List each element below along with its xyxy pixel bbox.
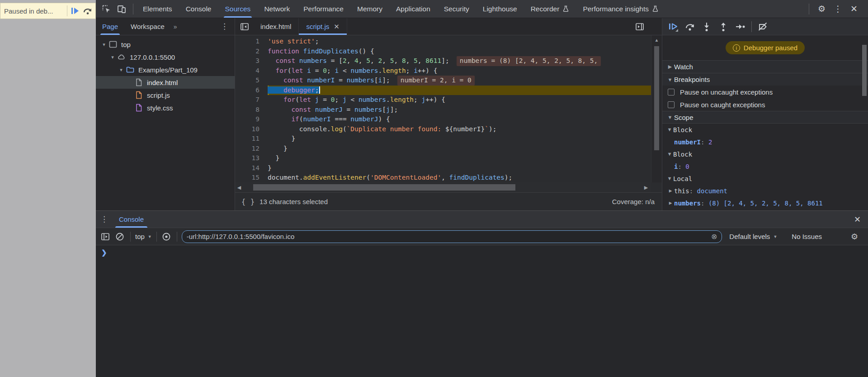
code-line-content[interactable]: const numbers = [2, 4, 5, 2, 5, 8, 5, 86… (268, 56, 651, 66)
code-line-content[interactable]: debugger; (268, 86, 651, 95)
more-tabs-icon[interactable]: » (171, 23, 179, 30)
tab-console[interactable]: Console (179, 0, 218, 18)
watch-section-header[interactable]: ▶ Watch (662, 60, 868, 73)
settings-gear-icon[interactable]: ⚙ (814, 4, 830, 14)
hide-debugger-sidebar-icon[interactable] (635, 22, 645, 32)
line-number[interactable]: 13 (235, 153, 268, 163)
scope-group-block[interactable]: ▼Block (662, 124, 868, 136)
tab-recorder[interactable]: Recorder (524, 0, 576, 18)
scope-group-local[interactable]: ▼Local (662, 172, 868, 185)
code-line[interactable]: 15document.addEventListener('DOMContentL… (235, 173, 651, 182)
code-area[interactable]: 1'use strict';2function findDuplicates()… (235, 35, 651, 182)
console-settings-icon[interactable]: ⚙ (851, 232, 861, 242)
code-line-content[interactable]: } (268, 144, 651, 154)
file-tab-index-html[interactable]: index.html (253, 18, 299, 35)
scope-variable-i[interactable]: i: 0 (662, 160, 868, 172)
scope-variable-numbers[interactable]: ▶numbers: (8) [2, 4, 5, 2, 5, 8, 5, 8611 (662, 197, 868, 209)
console-prompt-row[interactable]: ❯ (96, 245, 868, 260)
tab-performance[interactable]: Performance (297, 0, 350, 18)
line-number[interactable]: 7 (235, 95, 268, 105)
code-line[interactable]: 11 } (235, 134, 651, 144)
code-line[interactable]: 6 debugger; (235, 86, 651, 95)
scroll-up-icon[interactable]: ▲ (651, 35, 662, 43)
live-expression-eye-icon[interactable] (161, 232, 171, 242)
line-number[interactable]: 15 (235, 173, 268, 182)
code-line-content[interactable]: console.log(`Duplicate number found: ${n… (268, 124, 651, 134)
toggle-device-toolbar-icon[interactable] (117, 4, 127, 14)
line-number[interactable]: 11 (235, 134, 268, 144)
code-line-content[interactable]: } (268, 134, 651, 144)
code-line-content[interactable]: const numberI = numbers[i];numberI = 2, … (268, 76, 651, 86)
tab-security[interactable]: Security (437, 0, 476, 18)
code-line[interactable]: 12 } (235, 144, 651, 154)
line-number[interactable]: 12 (235, 144, 268, 154)
line-number[interactable]: 8 (235, 105, 268, 115)
code-line[interactable]: 7 for(let j = 0; j < numbers.length; j++… (235, 95, 651, 105)
tree-item-top[interactable]: ▾top (96, 38, 235, 51)
tab-lighthouse[interactable]: Lighthouse (476, 0, 524, 18)
resume-script-icon[interactable] (70, 6, 80, 16)
file-tab-script-js[interactable]: script.js✕ (299, 18, 347, 35)
step-out-button[interactable] (718, 21, 729, 32)
breakpoints-section-header[interactable]: ▼ Breakpoints (662, 73, 868, 86)
scope-section-header[interactable]: ▼ Scope (662, 111, 868, 124)
code-line[interactable]: 5 const numberI = numbers[i];numberI = 2… (235, 76, 651, 86)
close-drawer-icon[interactable]: ✕ (847, 215, 868, 224)
close-tab-icon[interactable]: ✕ (334, 23, 340, 31)
hide-navigator-icon[interactable] (240, 22, 250, 32)
issues-counter[interactable]: No Issues (792, 233, 822, 240)
line-number[interactable]: 4 (235, 66, 268, 76)
tree-item-script-js[interactable]: script.js (96, 89, 235, 101)
code-line[interactable]: 1'use strict'; (235, 37, 651, 47)
code-line[interactable]: 9 if(numberI === numberJ) { (235, 115, 651, 124)
code-line-content[interactable]: for(let j = 0; j < numbers.length; j++) … (268, 95, 651, 105)
code-line[interactable]: 2function findDuplicates() { (235, 47, 651, 57)
tab-console[interactable]: Console (113, 211, 149, 228)
line-number[interactable]: 1 (235, 37, 268, 47)
code-line-content[interactable]: } (268, 163, 651, 173)
line-number[interactable]: 3 (235, 56, 268, 66)
horizontal-scroll-thumb[interactable] (253, 184, 515, 191)
drawer-more-icon[interactable]: ⋮ (96, 215, 113, 224)
step-over-button[interactable] (684, 21, 695, 32)
line-number[interactable]: 10 (235, 124, 268, 134)
tab-application[interactable]: Application (389, 0, 437, 18)
deactivate-breakpoints-button[interactable] (757, 21, 768, 32)
line-number[interactable]: 9 (235, 115, 268, 124)
resume-script-button[interactable] (668, 21, 679, 32)
close-devtools-icon[interactable]: ✕ (846, 4, 862, 14)
line-number[interactable]: 2 (235, 47, 268, 57)
scroll-right-icon[interactable]: ▶ (642, 185, 650, 191)
code-line-content[interactable]: function findDuplicates() { (268, 47, 651, 57)
line-number[interactable]: 6 (235, 86, 268, 95)
code-line-content[interactable]: if(numberI === numberJ) { (268, 115, 651, 124)
scope-variable-numberi[interactable]: numberI: 2 (662, 136, 868, 148)
tree-item-index-html[interactable]: index.html (96, 76, 235, 89)
tree-item-style-css[interactable]: style.css (96, 101, 235, 114)
console-filter-input[interactable] (187, 233, 711, 240)
more-options-icon[interactable]: ⋮ (830, 4, 846, 14)
code-line[interactable]: 3 const numbers = [2, 4, 5, 2, 5, 8, 5, … (235, 56, 651, 66)
tab-page[interactable]: Page (96, 18, 124, 35)
editor-horizontal-scrollbar[interactable]: ◀ ▶ (235, 182, 651, 192)
code-line-content[interactable]: const numberJ = numbers[j]; (268, 105, 651, 115)
code-line[interactable]: 13 } (235, 153, 651, 163)
code-line[interactable]: 4 for(let i = 0; i < numbers.length; i++… (235, 66, 651, 76)
tree-item-examples-part-109[interactable]: ▾Examples/Part_109 (96, 63, 235, 76)
step-button[interactable] (735, 21, 745, 32)
pretty-print-button[interactable]: { } (235, 198, 259, 206)
step-over-icon[interactable] (83, 6, 93, 16)
clear-console-icon[interactable] (115, 232, 125, 242)
log-levels-dropdown[interactable]: Default levels ▼ (729, 233, 777, 240)
scroll-left-icon[interactable]: ◀ (235, 185, 243, 191)
tab-memory[interactable]: Memory (350, 0, 389, 18)
code-line-content[interactable]: for(let i = 0; i < numbers.length; i++) … (268, 66, 651, 76)
checkbox[interactable] (668, 89, 675, 95)
inspect-element-icon[interactable] (101, 4, 111, 14)
line-number[interactable]: 14 (235, 163, 268, 173)
context-selector[interactable]: top ▼ (135, 233, 152, 240)
editor-vertical-scrollbar[interactable]: ▲ (651, 35, 662, 182)
code-line[interactable]: 14} (235, 163, 651, 173)
code-line-content[interactable]: document.addEventListener('DOMContentLoa… (268, 173, 651, 182)
scope-group-block[interactable]: ▼Block (662, 148, 868, 160)
